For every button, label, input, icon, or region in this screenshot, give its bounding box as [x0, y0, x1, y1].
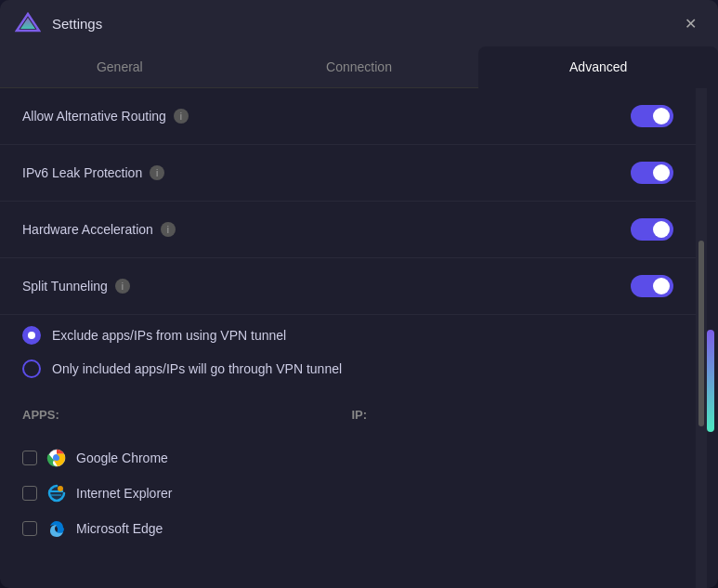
ie-icon [46, 483, 67, 503]
checkbox-edge[interactable] [22, 521, 37, 536]
setting-allow-alternative-routing: Allow Alternative Routing i [0, 88, 696, 145]
hardware-acceleration-info[interactable]: i [161, 222, 176, 237]
tab-connection[interactable]: Connection [240, 46, 479, 87]
allow-alternative-routing-info[interactable]: i [174, 109, 189, 124]
radio-exclude-circle [22, 326, 41, 345]
tab-advanced[interactable]: Advanced [478, 46, 718, 87]
app-row-chrome: Google Chrome [22, 440, 673, 476]
close-button[interactable]: ✕ [677, 10, 703, 36]
ipv6-leak-protection-toggle[interactable] [631, 162, 673, 184]
chrome-icon [46, 448, 67, 468]
scroll-area[interactable]: Allow Alternative Routing i IPv6 Leak Pr… [0, 88, 696, 588]
allow-alternative-routing-label: Allow Alternative Routing [22, 109, 166, 124]
setting-ipv6-leak-protection: IPv6 Leak Protection i [0, 145, 696, 202]
radio-include-label: Only included apps/IPs will go through V… [52, 361, 342, 376]
radio-exclude[interactable]: Exclude apps/IPs from using VPN tunnel [22, 319, 673, 352]
svg-point-6 [58, 486, 63, 491]
title-bar: Settings ✕ [0, 0, 718, 46]
apps-ip-header: APPS: IP: [22, 408, 673, 429]
allow-alternative-routing-toggle[interactable] [631, 105, 673, 127]
app-name-chrome: Google Chrome [76, 451, 168, 465]
checkbox-ie[interactable] [22, 486, 37, 501]
apps-ip-section: APPS: IP: [0, 400, 696, 561]
ip-label: IP: [352, 408, 674, 422]
split-tunneling-options: Exclude apps/IPs from using VPN tunnel O… [0, 315, 696, 400]
tab-general[interactable]: General [0, 46, 240, 87]
split-tunneling-toggle[interactable] [631, 275, 673, 297]
checkbox-chrome[interactable] [22, 451, 37, 465]
side-accent [707, 330, 714, 432]
app-logo [15, 10, 41, 36]
tabs-bar: General Connection Advanced [0, 46, 718, 88]
content-area: Allow Alternative Routing i IPv6 Leak Pr… [0, 88, 718, 588]
split-tunneling-info[interactable]: i [115, 279, 130, 294]
ipv6-leak-protection-label: IPv6 Leak Protection [22, 165, 142, 180]
apps-label: APPS: [22, 408, 345, 422]
hardware-acceleration-toggle[interactable] [631, 218, 673, 241]
radio-include-circle [22, 359, 41, 378]
svg-point-4 [54, 455, 59, 461]
hardware-acceleration-label: Hardware Acceleration [22, 222, 153, 237]
app-row-edge: Microsoft Edge [22, 511, 673, 546]
split-tunneling-label: Split Tunneling [22, 279, 108, 294]
setting-split-tunneling: Split Tunneling i [0, 258, 696, 315]
radio-exclude-label: Exclude apps/IPs from using VPN tunnel [52, 328, 286, 343]
app-row-ie: Internet Explorer [22, 476, 673, 511]
app-name-edge: Microsoft Edge [76, 521, 163, 536]
settings-window: Settings ✕ General Connection Advanced A… [0, 0, 718, 588]
app-name-ie: Internet Explorer [76, 486, 173, 501]
scrollbar-track[interactable] [696, 88, 707, 588]
radio-include[interactable]: Only included apps/IPs will go through V… [22, 352, 673, 385]
ipv6-leak-protection-info[interactable]: i [150, 165, 164, 180]
scrollbar-thumb[interactable] [698, 241, 704, 426]
edge-icon [46, 518, 67, 539]
setting-hardware-acceleration: Hardware Acceleration i [0, 202, 696, 258]
window-title: Settings [52, 16, 677, 32]
